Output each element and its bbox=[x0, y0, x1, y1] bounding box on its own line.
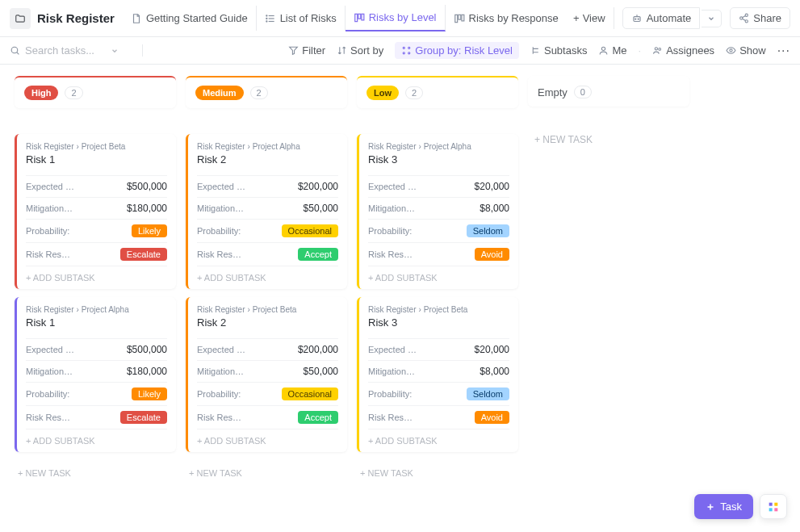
group-button[interactable]: Group by: Risk Level bbox=[395, 42, 519, 59]
add-subtask-button[interactable]: + ADD SUBTASK bbox=[26, 429, 167, 452]
response-badge: Escalate bbox=[120, 411, 167, 424]
card-title: Risk 3 bbox=[368, 153, 509, 165]
crumb-root: Risk Register bbox=[368, 142, 416, 151]
task-card[interactable]: Risk Register › Project Alpha Risk 3 Exp… bbox=[357, 134, 518, 289]
column-header[interactable]: High 2 bbox=[15, 76, 176, 108]
field-value: $8,000 bbox=[480, 203, 509, 214]
response-badge: Accept bbox=[298, 411, 338, 424]
add-subtask-button[interactable]: + ADD SUBTASK bbox=[197, 266, 338, 289]
assignees-button[interactable]: Assignees bbox=[652, 44, 714, 57]
add-subtask-button[interactable]: + ADD SUBTASK bbox=[368, 266, 509, 289]
chevron-down-icon[interactable] bbox=[111, 47, 119, 55]
response-badge: Accept bbox=[298, 248, 338, 261]
svg-rect-8 bbox=[362, 14, 364, 20]
field-label: Mitigation … bbox=[197, 203, 245, 213]
column-empty: Empty 0 + NEW TASK bbox=[528, 76, 689, 145]
field-value: $500,000 bbox=[127, 344, 167, 355]
field-label: Expected C… bbox=[368, 182, 417, 191]
new-task-fab[interactable]: Task bbox=[694, 494, 753, 496]
field-probability: Probability: Occasional bbox=[197, 219, 338, 242]
new-task-button[interactable]: + NEW TASK bbox=[528, 134, 689, 145]
crumb-root: Risk Register bbox=[197, 305, 245, 314]
task-card[interactable]: Risk Register › Project Alpha Risk 1 Exp… bbox=[15, 297, 176, 452]
task-card[interactable]: Risk Register › Project Beta Risk 2 Expe… bbox=[186, 297, 347, 452]
column-high: High 2 Risk Register › Project Beta Risk… bbox=[15, 76, 176, 484]
chevron-right-icon: › bbox=[76, 305, 78, 314]
field-label: Probability: bbox=[368, 226, 412, 236]
column-header[interactable]: Empty 0 bbox=[528, 76, 689, 107]
subtasks-button[interactable]: Subtasks bbox=[530, 44, 587, 57]
me-button[interactable]: Me bbox=[598, 44, 626, 57]
share-label: Share bbox=[753, 12, 781, 24]
add-subtask-button[interactable]: + ADD SUBTASK bbox=[26, 266, 167, 289]
automate-dropdown[interactable] bbox=[702, 10, 722, 27]
svg-point-25 bbox=[745, 14, 748, 16]
tabs: Getting Started Guide List of Risks Risk… bbox=[123, 5, 560, 31]
search-input[interactable] bbox=[25, 44, 106, 57]
search-icon bbox=[10, 45, 20, 56]
field-mitigation: Mitigation … $50,000 bbox=[197, 197, 338, 219]
chevron-down-icon bbox=[707, 15, 715, 23]
svg-point-22 bbox=[635, 19, 635, 19]
apps-fab[interactable] bbox=[760, 494, 787, 496]
svg-point-37 bbox=[602, 47, 605, 50]
field-expected-cost: Expected C… $200,000 bbox=[197, 338, 338, 360]
task-card[interactable]: Risk Register › Project Alpha Risk 2 Exp… bbox=[186, 134, 347, 289]
toolbar: Filter Sort by Group by: Risk Level Subt… bbox=[0, 37, 800, 65]
field-value: $200,000 bbox=[298, 344, 338, 355]
breadcrumb: Risk Register › Project Alpha bbox=[26, 305, 167, 314]
column-header[interactable]: Low 2 bbox=[357, 76, 518, 108]
eye-icon bbox=[726, 45, 736, 56]
svg-point-33 bbox=[403, 47, 404, 48]
field-value: $500,000 bbox=[127, 181, 167, 192]
svg-point-3 bbox=[266, 15, 266, 15]
share-button[interactable]: Share bbox=[730, 7, 790, 29]
svg-point-4 bbox=[266, 18, 266, 19]
card-title: Risk 1 bbox=[26, 316, 167, 329]
view-button[interactable]: + View bbox=[565, 7, 614, 29]
filter-button[interactable]: Filter bbox=[288, 44, 325, 57]
field-label: Risk Respo… bbox=[368, 249, 417, 259]
task-card[interactable]: Risk Register › Project Beta Risk 1 Expe… bbox=[15, 134, 176, 289]
svg-point-35 bbox=[408, 47, 410, 48]
tab-risks-response[interactable]: Risks by Response bbox=[446, 6, 561, 31]
automate-button[interactable]: Automate bbox=[622, 7, 701, 29]
new-task-button[interactable]: + NEW TASK bbox=[15, 462, 176, 484]
more-menu-icon[interactable]: ··· bbox=[777, 44, 790, 58]
subtasks-label: Subtasks bbox=[544, 44, 587, 57]
doc-icon bbox=[131, 13, 142, 24]
sort-button[interactable]: Sort by bbox=[337, 44, 383, 57]
empty-label: Empty bbox=[538, 86, 568, 98]
board: High 2 Risk Register › Project Beta Risk… bbox=[0, 65, 800, 496]
folder-icon[interactable] bbox=[10, 8, 31, 29]
tab-list-risks[interactable]: List of Risks bbox=[257, 6, 346, 31]
field-value: $50,000 bbox=[304, 366, 338, 377]
card-title: Risk 3 bbox=[368, 316, 509, 329]
cards-list: Risk Register › Project Beta Risk 1 Expe… bbox=[15, 134, 176, 484]
column-count: 2 bbox=[65, 86, 82, 99]
chevron-right-icon: › bbox=[418, 305, 421, 314]
field-label: Risk Respo… bbox=[368, 413, 417, 422]
field-expected-cost: Expected C… $500,000 bbox=[26, 175, 167, 197]
field-expected-cost: Expected C… $20,000 bbox=[368, 338, 509, 360]
tab-getting-started[interactable]: Getting Started Guide bbox=[123, 6, 257, 31]
crumb-root: Risk Register bbox=[26, 142, 73, 151]
svg-point-36 bbox=[408, 52, 410, 54]
new-task-button[interactable]: + NEW TASK bbox=[357, 462, 518, 484]
tab-risks-level[interactable]: Risks by Level bbox=[346, 5, 446, 31]
probability-badge: Likely bbox=[132, 387, 167, 400]
show-label: Show bbox=[739, 44, 766, 57]
field-value: $50,000 bbox=[304, 203, 338, 214]
probability-badge: Seldom bbox=[467, 224, 509, 237]
add-subtask-button[interactable]: + ADD SUBTASK bbox=[368, 429, 509, 452]
me-label: Me bbox=[612, 44, 626, 57]
search-wrap bbox=[10, 44, 143, 57]
cards-list: Risk Register › Project Alpha Risk 3 Exp… bbox=[357, 134, 518, 484]
new-task-button[interactable]: + NEW TASK bbox=[186, 462, 347, 484]
column-header[interactable]: Medium 2 bbox=[186, 76, 347, 108]
task-card[interactable]: Risk Register › Project Beta Risk 3 Expe… bbox=[357, 297, 518, 452]
field-label: Expected C… bbox=[26, 345, 74, 354]
add-subtask-button[interactable]: + ADD SUBTASK bbox=[197, 429, 338, 452]
filter-label: Filter bbox=[302, 44, 325, 57]
show-button[interactable]: Show bbox=[726, 44, 766, 57]
